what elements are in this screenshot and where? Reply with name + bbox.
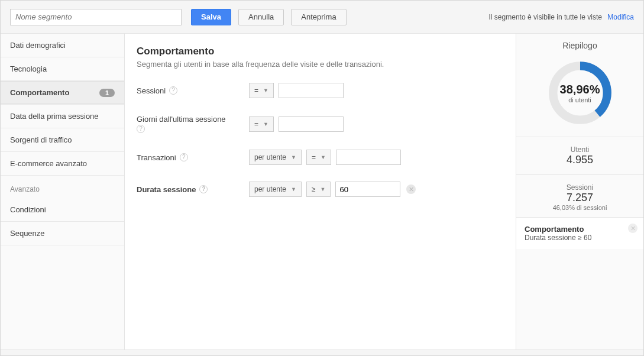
sidebar-item-behavior[interactable]: Comportamento 1 — [1, 81, 124, 105]
transactions-label: Transazioni — [137, 153, 176, 162]
sessions-label: Sessioni — [516, 183, 643, 192]
sidebar-item-sequences[interactable]: Sequenze — [1, 222, 124, 245]
preview-button[interactable]: Anteprima — [291, 9, 346, 25]
duration-value-input[interactable] — [335, 182, 400, 197]
clear-filter-button[interactable]: ✕ — [406, 185, 416, 194]
summary-title: Riepilogo — [516, 34, 643, 54]
users-value: 4.955 — [516, 154, 643, 166]
edit-visibility-link[interactable]: Modifica — [607, 13, 634, 21]
days-since-value-input[interactable] — [279, 116, 344, 132]
sessions-label: Sessioni — [137, 86, 166, 95]
cancel-button[interactable]: Annulla — [238, 9, 284, 25]
summary-percent: 38,96% — [560, 83, 600, 96]
sidebar-item-demographics[interactable]: Dati demografici — [1, 34, 124, 57]
users-label: Utenti — [516, 145, 643, 154]
help-icon[interactable]: ? — [199, 185, 208, 193]
filter-card-title: Comportamento — [525, 225, 635, 234]
duration-operator-dropdown[interactable]: ≥▼ — [306, 182, 331, 197]
sidebar-item-first-session-date[interactable]: Data della prima sessione — [1, 105, 124, 128]
section-description: Segmenta gli utenti in base alla frequen… — [137, 60, 504, 69]
sessions-subline: 46,03% di sessioni — [516, 204, 643, 211]
transactions-scope-dropdown[interactable]: per utente▼ — [249, 150, 302, 165]
sidebar-item-traffic-sources[interactable]: Sorgenti di traffico — [1, 128, 124, 152]
help-icon[interactable]: ? — [180, 153, 188, 161]
visibility-note: Il segmento è visibile in tutte le viste… — [489, 13, 634, 21]
sidebar-item-technology[interactable]: Tecnologia — [1, 57, 124, 81]
remove-filter-button[interactable]: ✕ — [628, 224, 637, 233]
caret-down-icon: ▼ — [263, 121, 268, 127]
sessions-value-input[interactable] — [279, 83, 344, 98]
caret-down-icon: ▼ — [291, 186, 296, 192]
filter-count-badge: 1 — [99, 89, 115, 97]
caret-down-icon: ▼ — [321, 154, 326, 160]
duration-scope-dropdown[interactable]: per utente▼ — [249, 182, 302, 197]
help-icon[interactable]: ? — [137, 125, 145, 133]
transactions-operator-dropdown[interactable]: =▼ — [306, 150, 331, 165]
segment-name-input[interactable] — [10, 9, 182, 25]
sessions-operator-dropdown[interactable]: =▼ — [249, 83, 274, 98]
session-duration-label: Durata sessione — [137, 185, 196, 194]
users-percent-donut: 38,96% di utenti — [545, 57, 616, 128]
filter-card-line: Durata sessione ≥ 60 — [525, 234, 635, 242]
summary-percent-label: di utenti — [568, 96, 591, 103]
caret-down-icon: ▼ — [263, 88, 268, 93]
section-title: Comportamento — [137, 46, 504, 57]
sidebar-item-enhanced-ecommerce[interactable]: E-commerce avanzato — [1, 152, 124, 176]
transactions-value-input[interactable] — [336, 150, 401, 165]
days-since-label: Giorni dall'ultima sessione — [137, 115, 226, 124]
help-icon[interactable]: ? — [169, 86, 177, 95]
sessions-value: 7.257 — [516, 192, 643, 204]
caret-down-icon: ▼ — [291, 154, 296, 160]
advanced-group-header: Avanzato — [1, 176, 124, 198]
sidebar-item-conditions[interactable]: Condizioni — [1, 198, 124, 222]
caret-down-icon: ▼ — [321, 186, 326, 192]
save-button[interactable]: Salva — [191, 9, 231, 25]
days-since-operator-dropdown[interactable]: =▼ — [249, 116, 274, 132]
active-filter-card: ✕ Comportamento Durata sessione ≥ 60 — [516, 217, 643, 249]
